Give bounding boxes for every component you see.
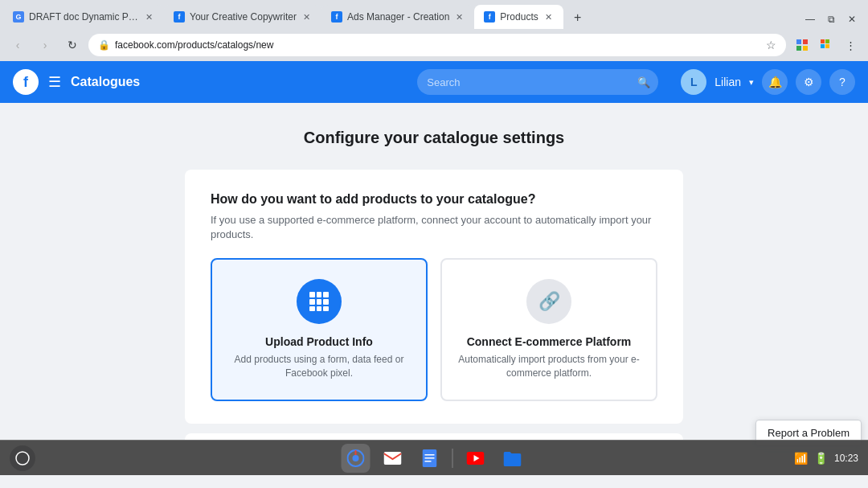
forward-button[interactable]: ›	[34, 34, 56, 56]
wifi-icon[interactable]: 📶	[794, 452, 808, 465]
tab-label-products: Products	[500, 11, 538, 23]
search-input[interactable]	[417, 69, 658, 95]
extensions-icon[interactable]	[791, 34, 813, 56]
tab-favicon-copywriter: f	[174, 11, 185, 23]
tab-copywriter[interactable]: f Your Creative Copywriter ✕	[164, 5, 321, 29]
browser-frame: G DRAFT doc Dynamic Product Ad... ✕ f Yo…	[0, 0, 868, 61]
upload-icon	[297, 279, 342, 324]
user-caret[interactable]: ▾	[749, 77, 754, 88]
option-cards-container: Upload Product Info Add products using a…	[211, 258, 657, 401]
tab-favicon-products: f	[484, 11, 495, 23]
nav-right: L Lilian ▾ 🔔 ⚙ ?	[681, 69, 855, 95]
link-icon: 🔗	[538, 291, 560, 312]
facebook-logo: f	[13, 69, 39, 95]
taskbar-apps	[342, 444, 527, 473]
tab-favicon-draft: G	[13, 11, 24, 23]
avatar: L	[681, 69, 706, 95]
close-button[interactable]: ✕	[842, 10, 862, 29]
tab-close-ads[interactable]: ✕	[454, 10, 465, 24]
notifications-icon[interactable]: 🔔	[762, 69, 788, 95]
back-button[interactable]: ‹	[6, 34, 29, 56]
toolbar-icons: ⋮	[791, 34, 862, 56]
taskbar: 📶 🔋 10:23	[0, 440, 868, 475]
taskbar-right: 📶 🔋 10:23	[794, 452, 858, 465]
clock: 10:23	[834, 453, 858, 464]
connect-card-title: Connect E-commerce Platform	[467, 335, 632, 348]
svg-point-8	[16, 452, 29, 465]
upload-card-title: Upload Product Info	[265, 335, 373, 348]
tab-bar: G DRAFT doc Dynamic Product Ad... ✕ f Yo…	[0, 0, 868, 29]
main-content: Configure your catalogue settings How do…	[0, 103, 868, 440]
svg-rect-14	[425, 457, 435, 459]
connect-icon: 🔗	[526, 279, 571, 324]
hamburger-button[interactable]: ☰	[48, 73, 61, 91]
user-name: Lilian	[714, 76, 741, 88]
svg-rect-0	[796, 39, 801, 44]
lock-icon: 🔒	[98, 39, 110, 51]
help-icon[interactable]: ?	[829, 69, 855, 95]
address-text: facebook.com/products/catalogs/new	[115, 39, 761, 51]
grid-icon	[309, 292, 329, 311]
add-products-heading: How do you want to add products to your …	[211, 192, 657, 207]
tab-favicon-ads: f	[331, 11, 342, 23]
gmail-app[interactable]	[379, 444, 407, 473]
docs-app[interactable]	[416, 444, 444, 473]
name-section: Name your catalogue Give your catalogue …	[185, 433, 683, 440]
page-title: Configure your catalogue settings	[304, 129, 564, 147]
address-bar-row: ‹ › ↻ 🔒 facebook.com/products/catalogs/n…	[0, 29, 868, 61]
svg-rect-6	[821, 44, 825, 48]
svg-rect-3	[803, 46, 808, 51]
search-bar: 🔍	[417, 69, 658, 95]
taskbar-divider	[452, 449, 453, 468]
svg-rect-5	[825, 39, 829, 43]
settings-icon[interactable]: ⚙	[796, 69, 821, 95]
launcher-button[interactable]	[10, 445, 35, 471]
upload-card-desc: Add products using a form, data feed or …	[225, 353, 413, 380]
files-app[interactable]	[498, 444, 527, 473]
tab-close-copywriter[interactable]: ✕	[301, 10, 312, 24]
office-icon[interactable]	[815, 34, 837, 56]
tab-close-products[interactable]: ✕	[543, 10, 554, 24]
add-products-section: How do you want to add products to your …	[185, 170, 683, 424]
tab-draft[interactable]: G DRAFT doc Dynamic Product Ad... ✕	[3, 5, 164, 29]
search-icon: 🔍	[637, 76, 650, 88]
taskbar-left	[10, 445, 35, 471]
tab-close-draft[interactable]: ✕	[144, 10, 154, 24]
tab-label-ads: Ads Manager - Creation	[347, 11, 449, 23]
refresh-button[interactable]: ↻	[61, 34, 84, 56]
connect-ecommerce-card[interactable]: 🔗 Connect E-commerce Platform Automatica…	[440, 258, 657, 401]
restore-button[interactable]: ⧉	[821, 10, 841, 29]
battery-icon[interactable]: 🔋	[814, 452, 828, 465]
chrome-app[interactable]	[342, 444, 371, 473]
tab-label-draft: DRAFT doc Dynamic Product Ad...	[29, 11, 139, 23]
bookmark-icon[interactable]: ☆	[766, 39, 776, 51]
svg-rect-4	[821, 39, 825, 43]
svg-rect-13	[425, 454, 435, 456]
svg-rect-1	[803, 39, 808, 44]
svg-point-10	[353, 455, 359, 461]
connect-card-desc: Automatically import products from your …	[455, 353, 643, 380]
youtube-app[interactable]	[461, 444, 490, 473]
svg-rect-15	[425, 461, 432, 462]
add-products-desc: If you use a supported e-commerce platfo…	[211, 213, 657, 242]
more-button[interactable]: ⋮	[839, 34, 862, 56]
facebook-nav: f ☰ Catalogues 🔍 L Lilian ▾ 🔔 ⚙ ?	[0, 61, 868, 103]
nav-title: Catalogues	[71, 75, 140, 89]
window-controls: — ⧉ ✕	[800, 10, 865, 29]
svg-rect-2	[796, 46, 801, 51]
tab-ads[interactable]: f Ads Manager - Creation ✕	[321, 5, 474, 29]
minimize-button[interactable]: —	[800, 10, 820, 29]
new-tab-button[interactable]: +	[567, 6, 589, 29]
upload-product-card[interactable]: Upload Product Info Add products using a…	[211, 258, 428, 401]
address-bar[interactable]: 🔒 facebook.com/products/catalogs/new ☆	[88, 34, 786, 56]
tab-label-copywriter: Your Creative Copywriter	[190, 11, 297, 23]
svg-rect-7	[825, 44, 829, 48]
tab-products[interactable]: f Products ✕	[474, 5, 563, 29]
